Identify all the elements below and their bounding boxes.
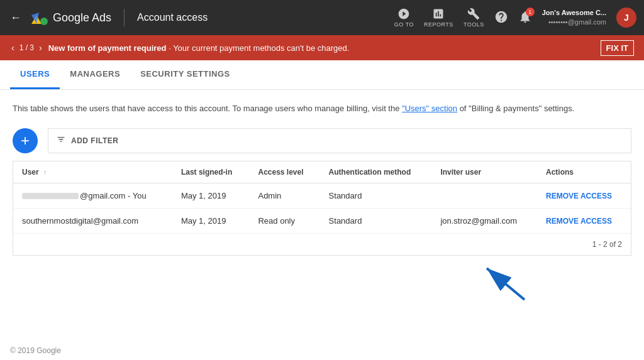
masked-email — [22, 193, 79, 199]
action-cell-1: REMOVE ACCESS — [537, 183, 631, 208]
app-name-text: Google Ads — [53, 11, 111, 25]
table-footer: 1 - 2 of 2 — [13, 233, 631, 255]
alert-detail: · Your current payment methods can't be … — [169, 43, 349, 53]
google-ads-logo-icon — [29, 8, 49, 28]
table-row: southernmostdigital@gmail.com May 1, 201… — [13, 208, 631, 233]
filter-icon — [56, 134, 66, 146]
inviter-1 — [431, 183, 537, 208]
reports-label: REPORTS — [424, 21, 453, 28]
alert-message: New form of payment required · Your curr… — [48, 43, 350, 53]
sort-icon-user[interactable]: ↑ — [43, 169, 47, 176]
top-navigation: ← Google Ads Account access GO TO REPORT… — [0, 0, 644, 35]
table-row: @gmail.com - You May 1, 2019 Admin Stand… — [13, 183, 631, 208]
filter-bar: ADD FILTER — [48, 128, 631, 153]
alert-navigation: ‹ 1 / 3 › — [10, 43, 43, 53]
info-paragraph: This table shows the users that have acc… — [13, 102, 631, 116]
auth-method-2: Standard — [320, 208, 432, 233]
main-content: This table shows the users that have acc… — [0, 90, 644, 319]
nav-divider — [124, 9, 125, 26]
help-button[interactable] — [494, 10, 508, 26]
back-button[interactable]: ← — [8, 9, 24, 27]
col-auth-method: Authentication method — [320, 161, 432, 183]
goto-icon — [397, 8, 410, 20]
add-user-button[interactable]: + — [13, 128, 38, 153]
page-title-text: Account access — [137, 12, 208, 23]
info-before: This table shows the users that have acc… — [13, 104, 402, 113]
help-icon — [494, 10, 508, 24]
col-access-level: Access level — [249, 161, 319, 183]
reports-icon — [432, 8, 445, 20]
info-after: of "Billing & payments" settings. — [457, 104, 574, 113]
alert-banner: ‹ 1 / 3 › New form of payment required ·… — [0, 35, 644, 60]
remove-access-button-1[interactable]: REMOVE ACCESS — [546, 192, 612, 200]
col-user: User ↑ — [13, 161, 172, 183]
tools-label: TOOLS — [464, 21, 484, 28]
tab-security-settings[interactable]: SECURITY SETTINGS — [130, 60, 240, 89]
access-level-1: Admin — [249, 183, 319, 208]
svg-line-4 — [487, 268, 525, 300]
access-level-2: Read only — [249, 208, 319, 233]
auth-method-1: Standard — [320, 183, 432, 208]
tools-icon — [467, 8, 480, 20]
table-header-row: User ↑ Last signed-in Access level Authe… — [13, 161, 631, 183]
last-signed-in-2: May 1, 2019 — [172, 208, 250, 233]
goto-label: GO TO — [394, 21, 414, 28]
account-info: Jon's Awesome C... ••••••••@gmail.com — [542, 8, 606, 28]
notification-badge: 1 — [526, 8, 535, 16]
blue-arrow-icon — [474, 259, 531, 303]
users-table: User ↑ Last signed-in Access level Authe… — [13, 161, 631, 233]
arrow-annotation — [13, 256, 631, 306]
add-filter-button[interactable]: ADD FILTER — [71, 136, 118, 145]
users-section-link[interactable]: "Users" section — [402, 104, 457, 113]
action-cell-2: REMOVE ACCESS — [537, 208, 631, 233]
user-cell-1: @gmail.com - You — [13, 183, 172, 208]
remove-access-button-2[interactable]: REMOVE ACCESS — [546, 217, 612, 226]
col-actions: Actions — [537, 161, 631, 183]
users-table-container: User ↑ Last signed-in Access level Authe… — [13, 161, 631, 256]
goto-button[interactable]: GO TO — [394, 8, 414, 28]
svg-point-1 — [40, 18, 48, 25]
alert-counter: 1 / 3 — [19, 43, 34, 52]
inviter-2: jon.stroz@gmail.com — [431, 208, 537, 233]
tab-managers[interactable]: MANAGERS — [60, 60, 130, 89]
tools-button[interactable]: TOOLS — [464, 8, 484, 28]
add-filter-section: + ADD FILTER — [13, 128, 631, 153]
app-logo: Google Ads — [29, 8, 111, 28]
last-signed-in-1: May 1, 2019 — [172, 183, 250, 208]
tab-users[interactable]: USERS — [10, 60, 60, 89]
nav-right: GO TO REPORTS TOOLS 1 Jon's Awesome C...… — [394, 8, 636, 28]
nav-left: ← Google Ads Account access — [8, 8, 394, 28]
fix-it-button[interactable]: FIX IT — [601, 40, 634, 56]
alert-left: ‹ 1 / 3 › New form of payment required ·… — [10, 43, 349, 53]
reports-button[interactable]: REPORTS — [424, 8, 453, 28]
col-last-signed-in: Last signed-in — [172, 161, 250, 183]
notification-button[interactable]: 1 — [518, 10, 532, 26]
avatar[interactable]: J — [616, 8, 636, 28]
account-name: Jon's Awesome C... — [542, 8, 606, 18]
user-cell-2: southernmostdigital@gmail.com — [13, 208, 172, 233]
tabs-bar: USERS MANAGERS SECURITY SETTINGS — [0, 60, 644, 90]
alert-next-button[interactable]: › — [38, 43, 43, 53]
alert-title: New form of payment required — [48, 43, 167, 53]
account-email: ••••••••@gmail.com — [548, 18, 606, 27]
alert-prev-button[interactable]: ‹ — [10, 43, 16, 53]
col-inviter: Inviter user — [431, 161, 537, 183]
